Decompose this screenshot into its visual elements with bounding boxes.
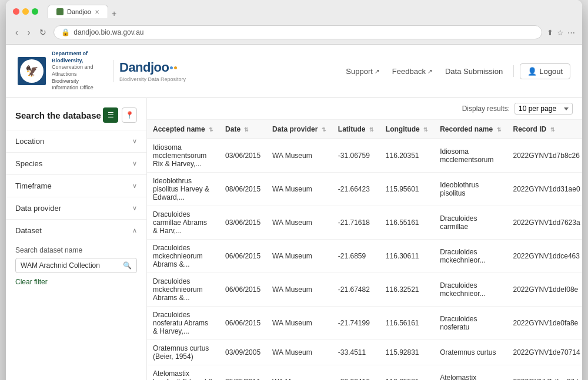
table-row[interactable]: Ideoblothrus pisolitus Harvey & Edward,.… bbox=[147, 173, 582, 206]
cell-recorded-name: Draculoides mckechnieor... bbox=[434, 273, 507, 307]
table-header-row: Accepted name ⇅ Date ⇅ Data provider ⇅ L… bbox=[147, 120, 582, 139]
cell-record-id: 2022GYNV1dfea67d bbox=[507, 365, 582, 380]
gov-bird-icon: 🦅 bbox=[25, 65, 38, 78]
cell-date: 06/06/2015 bbox=[219, 240, 266, 273]
cell-longitude: 116.20351 bbox=[380, 139, 434, 173]
active-tab[interactable]: Dandjoo ✕ bbox=[48, 5, 108, 18]
sidebar: Search the database ☰ 📍 Location ∨ Speci… bbox=[6, 98, 147, 380]
browser-titlebar: Dandjoo ✕ + ‹ › ↻ 🔒 dandjoo.bio.wa.gov.a… bbox=[6, 0, 582, 45]
cell-longitude: 116.32521 bbox=[380, 273, 434, 307]
bookmark-icon[interactable]: ⬆ bbox=[547, 28, 553, 37]
sidebar-header: Search the database ☰ 📍 bbox=[6, 107, 146, 130]
address-bar[interactable]: 🔒 dandjoo.bio.wa.gov.au bbox=[54, 25, 542, 39]
table-body: Idiosoma mcclementsorum Rix & Harvey,...… bbox=[147, 139, 582, 380]
cell-latitude: -33.4511 bbox=[332, 340, 380, 365]
new-tab-button[interactable]: + bbox=[112, 9, 116, 18]
cell-record-id: 2022GYNV1ddce463 bbox=[507, 240, 582, 273]
filter-timeframe: Timeframe ∨ bbox=[6, 174, 146, 197]
col-date[interactable]: Date ⇅ bbox=[219, 120, 266, 139]
cell-longitude: 116.30611 bbox=[380, 240, 434, 273]
table-scroll: Accepted name ⇅ Date ⇅ Data provider ⇅ L… bbox=[147, 120, 582, 380]
star-icon[interactable]: ☆ bbox=[557, 28, 564, 37]
cell-accepted-name: Idiosoma mcclementsorum Rix & Harvey,... bbox=[147, 139, 219, 173]
sidebar-view-icons: ☰ 📍 bbox=[103, 107, 137, 123]
table-row[interactable]: Idiosoma mcclementsorum Rix & Harvey,...… bbox=[147, 139, 582, 173]
back-button[interactable]: ‹ bbox=[13, 26, 21, 38]
cell-date: 03/06/2015 bbox=[219, 139, 266, 173]
cell-record-id: 2022GYNV1de0fa8e bbox=[507, 307, 582, 340]
cell-latitude: -21.6859 bbox=[332, 240, 380, 273]
support-link[interactable]: Support ↗ bbox=[341, 65, 384, 78]
list-view-button[interactable]: ☰ bbox=[103, 107, 118, 123]
tab-favicon bbox=[56, 8, 64, 15]
col-record-id[interactable]: Record ID ⇅ bbox=[507, 120, 582, 139]
tab-title: Dandjoo bbox=[67, 8, 91, 15]
cell-data-provider: WA Museum bbox=[266, 365, 332, 380]
logo-separator: Dandjoo Biodiversity Data Repository bbox=[113, 60, 186, 82]
support-external-icon: ↗ bbox=[375, 68, 379, 75]
browser-nav: ‹ › ↻ 🔒 dandjoo.bio.wa.gov.au ⬆ ☆ ⋯ bbox=[13, 22, 575, 44]
close-traffic-light[interactable] bbox=[13, 8, 19, 15]
per-page-select[interactable]: 10 per page 25 per page 50 per page 100 … bbox=[514, 103, 573, 115]
data-submission-link[interactable]: Data Submission bbox=[440, 65, 507, 78]
cell-accepted-name: Atelomastix bamfordi Edward & Harvey,... bbox=[147, 365, 219, 380]
reload-button[interactable]: ↻ bbox=[37, 26, 49, 38]
user-icon: 👤 bbox=[527, 67, 537, 76]
minimize-traffic-light[interactable] bbox=[22, 8, 29, 15]
results-bar: Display results: 10 per page 25 per page… bbox=[147, 98, 582, 120]
col-accepted-name[interactable]: Accepted name ⇅ bbox=[147, 120, 219, 139]
dataset-search-label: Search dataset name bbox=[15, 246, 137, 254]
gov-dept-line3: Biodiversity Information Office bbox=[52, 78, 105, 92]
filter-dataset-header[interactable]: Dataset ∧ bbox=[6, 220, 146, 241]
cell-longitude: 119.35581 bbox=[380, 365, 434, 380]
menu-icon[interactable]: ⋯ bbox=[567, 28, 575, 37]
table-row[interactable]: Oratemnus curtus (Beier, 1954) 03/09/200… bbox=[147, 340, 582, 365]
app-header: 🦅 Department of Biodiversity, Conservati… bbox=[6, 45, 582, 98]
header-nav: Support ↗ Feedback ↗ Data Submission 👤 L… bbox=[341, 63, 570, 79]
feedback-link[interactable]: Feedback ↗ bbox=[387, 65, 437, 78]
dandjoo-text: Dandjoo bbox=[119, 60, 169, 75]
filter-species-header[interactable]: Species ∨ bbox=[6, 153, 146, 174]
col-recorded-name[interactable]: Recorded name ⇅ bbox=[434, 120, 507, 139]
table-row[interactable]: Atelomastix bamfordi Edward & Harvey,...… bbox=[147, 365, 582, 380]
gov-logo: 🦅 bbox=[18, 57, 46, 85]
browser-window: Dandjoo ✕ + ‹ › ↻ 🔒 dandjoo.bio.wa.gov.a… bbox=[6, 0, 582, 380]
cell-data-provider: WA Museum bbox=[266, 273, 332, 307]
cell-record-id: 2022GYNV1de70714 bbox=[507, 340, 582, 365]
filter-location-header[interactable]: Location ∨ bbox=[6, 130, 146, 152]
clear-filter-link[interactable]: Clear filter bbox=[15, 278, 48, 286]
cell-accepted-name: Draculoides carmillae Abrams & Harv,... bbox=[147, 206, 219, 240]
cell-data-provider: WA Museum bbox=[266, 307, 332, 340]
col-latitude[interactable]: Latitude ⇅ bbox=[332, 120, 380, 139]
gov-dept-name: Department of Biodiversity, bbox=[52, 51, 88, 63]
table-row[interactable]: Draculoides mckechnieorum Abrams &... 06… bbox=[147, 273, 582, 307]
col-longitude[interactable]: Longitude ⇅ bbox=[380, 120, 434, 139]
col-data-provider[interactable]: Data provider ⇅ bbox=[266, 120, 332, 139]
maximize-traffic-light[interactable] bbox=[32, 8, 38, 15]
filter-timeframe-header[interactable]: Timeframe ∨ bbox=[6, 175, 146, 197]
filter-data-provider-header[interactable]: Data provider ∨ bbox=[6, 197, 146, 219]
logout-button[interactable]: 👤 Logout bbox=[520, 63, 570, 79]
main-content: Display results: 10 per page 25 per page… bbox=[147, 98, 582, 380]
table-row[interactable]: Draculoides nosferatu Abrams & Harvey,..… bbox=[147, 307, 582, 340]
dataset-search-input[interactable] bbox=[21, 261, 123, 270]
address-text: dandjoo.bio.wa.gov.au bbox=[74, 28, 143, 36]
filter-location: Location ∨ bbox=[6, 130, 146, 152]
app-body: Search the database ☰ 📍 Location ∨ Speci… bbox=[6, 98, 582, 380]
table-row[interactable]: Draculoides mckechnieorum Abrams &... 06… bbox=[147, 240, 582, 273]
cell-longitude: 116.56161 bbox=[380, 307, 434, 340]
logo-area: 🦅 Department of Biodiversity, Conservati… bbox=[18, 51, 186, 92]
display-results-label: Display results: bbox=[462, 105, 510, 113]
cell-record-id: 2022GYNV1dd7623a bbox=[507, 206, 582, 240]
table-row[interactable]: Draculoides carmillae Abrams & Harv,... … bbox=[147, 206, 582, 240]
lock-icon: 🔒 bbox=[61, 28, 70, 36]
sort-accepted-name-icon: ⇅ bbox=[209, 127, 213, 133]
map-view-button[interactable]: 📍 bbox=[122, 107, 137, 123]
cell-recorded-name: Draculoides mckechnieor... bbox=[434, 240, 507, 273]
tab-close-icon[interactable]: ✕ bbox=[95, 9, 99, 15]
forward-button[interactable]: › bbox=[25, 26, 33, 38]
dot-1 bbox=[170, 66, 173, 69]
header-separator bbox=[513, 65, 514, 77]
filter-data-provider: Data provider ∨ bbox=[6, 197, 146, 219]
filter-species: Species ∨ bbox=[6, 152, 146, 174]
